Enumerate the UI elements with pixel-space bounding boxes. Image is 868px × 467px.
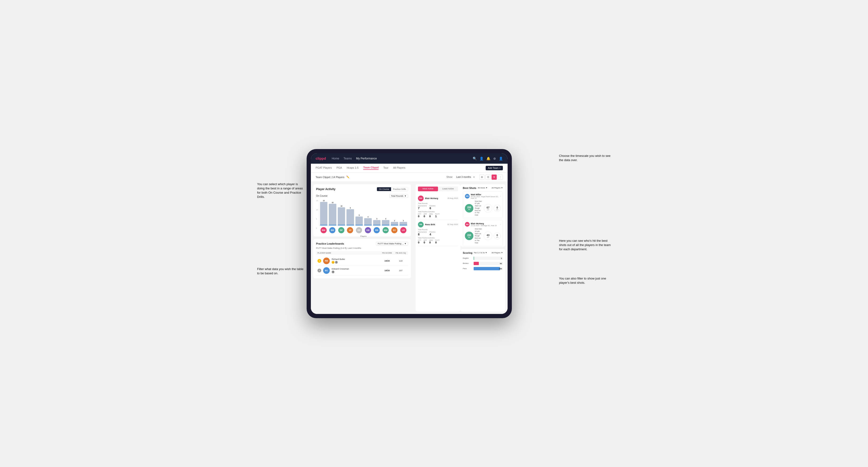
all-players-filter[interactable]: All Players ▼ <box>492 187 503 189</box>
scoring-par-filter[interactable]: Par 3, 4 & 5s ▼ <box>474 252 487 254</box>
shot-zero-unit-1: yds <box>496 209 498 210</box>
sub-nav-pga[interactable]: PGA <box>337 166 342 169</box>
bar-col-5: 5 <box>355 214 363 225</box>
lb-rank-2: 2 <box>317 269 321 272</box>
shot-zero-2: 0 <box>497 234 498 237</box>
chart-sub-header: On Course Total Rounds ▼ <box>316 194 408 198</box>
heart-view-icon[interactable]: ♥ <box>492 175 497 180</box>
total-rounds-label-2: Total Rounds <box>418 229 458 230</box>
on-course-toggle[interactable]: On Course <box>377 187 391 191</box>
add-team-button[interactable]: Add Team + <box>486 166 503 170</box>
player-name-group-1: Blair McHarg <box>425 197 438 199</box>
tournament-val-2: 8 <box>418 233 427 236</box>
sub-nav-all-players[interactable]: All Players <box>393 166 405 169</box>
sub-nav-tour[interactable]: Tour <box>383 166 388 169</box>
app-label: APP <box>424 213 427 215</box>
bar-col-4: 9 <box>346 207 354 225</box>
pars-label: Pars <box>463 268 472 270</box>
profile-icon[interactable]: 👤 <box>499 157 503 160</box>
grid-view-icon[interactable]: ⊞ <box>479 175 485 180</box>
bar-highlight-9 <box>391 225 398 225</box>
medal-icon: ① <box>335 261 338 264</box>
badge-sub-2: SG <box>468 237 470 238</box>
sub-nav-team-clippd[interactable]: Team Clippd <box>363 166 379 170</box>
sub-nav-pgat[interactable]: PGAT Players <box>316 166 332 169</box>
users-icon[interactable]: 👤 <box>479 157 484 160</box>
birdies-bar-fill <box>474 262 479 265</box>
scoring-card: Scoring Par 3, 4 & 5s ▼ All Players ▼ <box>460 249 505 312</box>
sub-nav-hcaps[interactable]: Hcaps 1-5 <box>347 166 359 169</box>
plus-circle-icon[interactable]: ⊕ <box>493 157 496 160</box>
nav-teams[interactable]: Teams <box>343 157 352 160</box>
team-header: Team Clippd | 14 Players ✏️ Show: Last 3… <box>311 173 507 182</box>
shot-unit-2: yds <box>487 237 489 238</box>
rounds-stats-1: Tournament 7 Practice 6 <box>418 205 458 210</box>
shot-player-name-1: Matt Miller <box>471 193 499 196</box>
all-shots-filter[interactable]: All Shots ▼ <box>478 187 488 189</box>
scoring-bars: Eagles 3 Birdies 96 <box>463 257 503 270</box>
tournament-label-2: Tournament <box>418 231 427 233</box>
gtt-stat-2: GTT 0 <box>418 239 421 244</box>
nav-icons: 🔍 👤 🔔 ⊕ 👤 <box>473 157 503 160</box>
sub-nav-right: Add Team + <box>486 165 503 170</box>
lb-name-1: Richard Butler 🏆 ① <box>332 258 379 264</box>
shot-avatar-1: MM <box>465 194 470 198</box>
practice-val-2: 4 <box>430 233 435 236</box>
bell-icon[interactable]: 🔔 <box>486 157 490 160</box>
logo: clippd <box>316 156 326 160</box>
main-content: Player Activity On Course Practice Drill… <box>311 182 507 314</box>
practice-drills-toggle[interactable]: Practice Drills <box>391 187 408 191</box>
tablet-device: clippd Home Teams My Performance 🔍 👤 🔔 ⊕… <box>307 149 512 318</box>
top-nav: clippd Home Teams My Performance 🔍 👤 🔔 ⊕… <box>311 153 507 164</box>
bar-6 <box>364 218 372 225</box>
lb-row-1: 1 RB Richard Butler 🏆 ① 19/20 110 <box>316 256 408 266</box>
arg-val-1: 0 <box>429 215 433 218</box>
shot-yds-1: 67 <box>487 206 489 209</box>
scoring-par-dropdown: ▼ <box>485 252 487 254</box>
show-period[interactable]: Last 3 months <box>456 176 471 178</box>
most-active-tab[interactable]: Most Active <box>418 187 438 191</box>
edit-icon[interactable]: ✏️ <box>346 176 349 179</box>
avatar-6: OB <box>365 227 371 233</box>
team-name: Team Clippd | 14 Players <box>316 176 344 179</box>
lb-score-1: 19/20 <box>381 260 393 262</box>
active-tabs: Most Active Least Active <box>418 187 458 191</box>
practice-stat-1: Practice 6 <box>430 205 435 210</box>
lb-avatar-1: RB <box>323 257 330 264</box>
more-view-icon[interactable]: ⋮ <box>498 175 503 180</box>
player-row-header-1: BM Blair McHarg 26 Aug 2023 <box>418 195 458 201</box>
practice-stat-2: Practice 4 <box>430 231 435 236</box>
annotation-left-1: You can select which player is doing the… <box>257 182 304 199</box>
shot-chevron-2[interactable]: › <box>500 223 501 226</box>
least-active-tab[interactable]: Least Active <box>438 187 458 191</box>
shot-stats-2: 200 SG Shot Dist: 43 ydsStart Lie: Rough… <box>465 228 501 244</box>
scoring-players-dropdown: ▼ <box>501 252 503 254</box>
player-activity-title: Player Activity <box>316 187 335 191</box>
shot-chevron-1[interactable]: › <box>500 195 501 197</box>
gtt-label: GTT <box>418 213 421 215</box>
tablet-screen: clippd Home Teams My Performance 🔍 👤 🔔 ⊕… <box>311 153 507 314</box>
list-view-icon[interactable]: ☰ <box>486 175 491 180</box>
chart-filter-dropdown[interactable]: Total Rounds ▼ <box>390 194 408 198</box>
gtt-val-1: 0 <box>418 215 421 218</box>
bar-col-3: 10 <box>338 205 345 225</box>
search-icon[interactable]: 🔍 <box>473 157 477 160</box>
tournament-label-1: Tournament <box>418 205 427 207</box>
scoring-players-filter[interactable]: All Players ▼ <box>492 252 503 254</box>
player-name-2: Rees Britt <box>425 223 435 226</box>
player-activity-card: Player Activity On Course Practice Drill… <box>313 184 411 237</box>
lb-col-pb-avg: PB AVG SQ <box>395 252 407 254</box>
arg-stat-2: ARG 0 <box>429 239 433 244</box>
nav-home[interactable]: Home <box>332 157 339 160</box>
eagles-bar-wrap: 3 <box>474 257 503 260</box>
player-row-header-2: RB Rees Britt 02 Sep 2023 <box>418 222 458 227</box>
trophy-icon: 🏆 <box>332 261 335 264</box>
all-shots-label: All Shots <box>478 187 485 189</box>
period-dropdown[interactable]: ▼ <box>473 176 475 178</box>
nav-my-performance[interactable]: My Performance <box>356 157 377 160</box>
player-row-info-1: BM Blair McHarg <box>418 195 438 201</box>
shot-unit-1: yds <box>487 209 489 210</box>
lb-filter-dropdown[interactable]: PUTT Must Make Putting ... ▼ <box>376 242 408 246</box>
shot-details-2: 23 Jul 2023 · Ashridge GC, Hole 15 <box>471 225 499 226</box>
y-axis-top: 15 <box>316 200 318 201</box>
